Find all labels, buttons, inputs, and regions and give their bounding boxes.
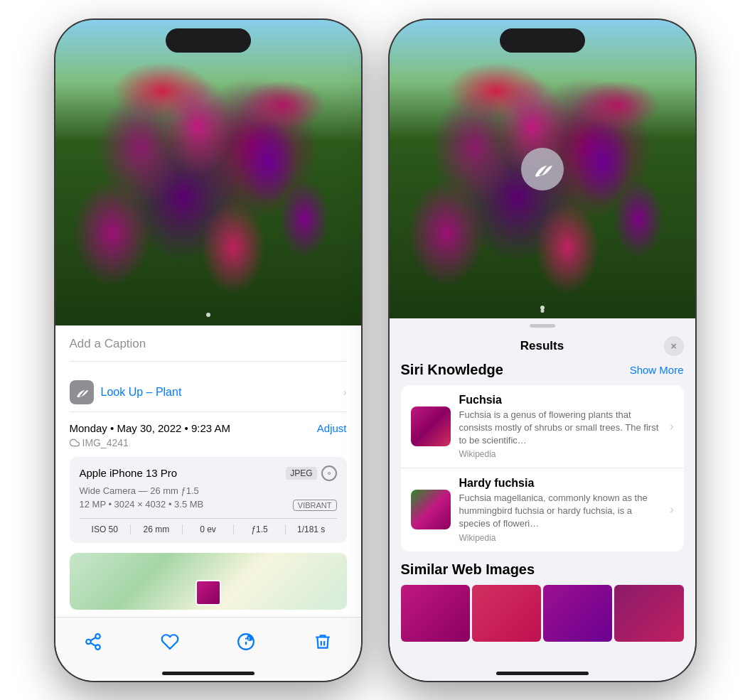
similar-img-3[interactable] [543, 585, 612, 642]
lens-detail: Wide Camera — 26 mm ƒ1.5 [80, 485, 337, 496]
fuchsia-desc: Fuchsia is a genus of flowering plants t… [459, 409, 662, 448]
exif-aperture: ƒ1.5 [234, 524, 286, 534]
exif-shutter: 1/181 s [286, 524, 337, 534]
trash-icon [314, 632, 332, 651]
exif-row: ISO 50 26 mm 0 ev ƒ1.5 1/181 s [80, 518, 337, 534]
jpeg-badge: JPEG [286, 467, 316, 480]
resolution-row: 12 MP • 3024 × 4032 • 3.5 MB VIBRANT [80, 499, 337, 512]
map-photo-thumb [195, 580, 221, 605]
flower-image [55, 20, 361, 325]
knowledge-card: Fuchsia Fuchsia is a genus of flowering … [401, 385, 684, 551]
similar-img-4[interactable] [614, 585, 683, 642]
leaf-icon [75, 385, 89, 399]
right-photo-view[interactable] [390, 20, 695, 318]
camera-section: Apple iPhone 13 Pro JPEG Wide Camera — 2… [70, 457, 347, 543]
hardy-fuchsia-item[interactable]: Hardy fuchsia Fuchsia magellanica, commo… [401, 468, 684, 551]
hardy-name: Hardy fuchsia [459, 477, 662, 490]
lens-icon [321, 465, 337, 481]
svg-point-0 [328, 472, 330, 474]
hardy-thumb [411, 490, 451, 529]
right-photo-indicator [540, 306, 545, 310]
siri-knowledge-title: Siri Knowledge [401, 362, 503, 378]
home-indicator [162, 672, 255, 675]
info-panel: Add a Caption Look Up – Plant › Monday •… [55, 325, 361, 621]
right-screen-inner: Results × Siri Knowledge Show More [390, 20, 695, 681]
info-button[interactable]: i [230, 626, 262, 657]
lookup-row[interactable]: Look Up – Plant › [70, 373, 347, 412]
resolution-text: 12 MP • 3024 × 4032 • 3.5 MB [80, 499, 204, 510]
map-section[interactable] [70, 553, 347, 610]
filename-row: IMG_4241 [70, 437, 347, 448]
lookup-subject: Plant [156, 386, 181, 398]
right-screen: Results × Siri Knowledge Show More [390, 20, 695, 681]
heart-icon [161, 632, 179, 651]
lookup-icon [70, 380, 94, 404]
photo-view[interactable] [55, 20, 361, 325]
right-home-indicator [496, 672, 589, 675]
show-more-button[interactable]: Show More [630, 364, 684, 376]
caption-input[interactable]: Add a Caption [70, 337, 347, 362]
results-title: Results [421, 339, 664, 353]
hardy-source: Wikipedia [459, 533, 662, 543]
photo-indicator [206, 313, 210, 317]
left-screen: Add a Caption Look Up – Plant › Monday •… [55, 20, 361, 681]
siri-knowledge-header: Siri Knowledge Show More [401, 362, 684, 378]
adjust-button[interactable]: Adjust [317, 422, 347, 434]
fuchsia-source: Wikipedia [459, 449, 662, 459]
share-button[interactable] [77, 626, 109, 657]
vlu-leaf-icon [532, 158, 553, 180]
right-phone: Results × Siri Knowledge Show More [390, 20, 695, 681]
right-notch [500, 28, 585, 53]
exif-focal: 26 mm [131, 524, 183, 534]
hardy-desc: Fuchsia magellanica, commonly known as t… [459, 492, 662, 531]
similar-grid [401, 585, 684, 642]
similar-img-2[interactable] [472, 585, 541, 642]
fuchsia-chevron-icon: › [670, 420, 673, 433]
camera-row: Apple iPhone 13 Pro JPEG [80, 465, 337, 481]
lookup-chevron-icon: › [343, 387, 347, 398]
favorite-button[interactable] [154, 626, 186, 657]
exif-iso: ISO 50 [80, 524, 132, 534]
exif-ev: 0 ev [183, 524, 235, 534]
results-header: Results × [390, 328, 695, 362]
date-row: Monday • May 30, 2022 • 9:23 AM Adjust [70, 422, 347, 434]
lookup-text: Look Up – Plant [101, 386, 182, 399]
similar-img-1[interactable] [401, 585, 470, 642]
hardy-chevron-icon: › [670, 503, 673, 516]
similar-section: Similar Web Images [401, 561, 684, 642]
cloud-icon [70, 438, 80, 448]
hardy-text: Hardy fuchsia Fuchsia magellanica, commo… [459, 477, 662, 543]
close-button[interactable]: × [664, 336, 684, 356]
results-content: Siri Knowledge Show More Fuchsia Fuchsia… [390, 362, 695, 642]
fuchsia-name: Fuchsia [459, 394, 662, 406]
svg-point-3 [245, 638, 247, 640]
vlu-badge [521, 148, 564, 190]
svg-text:i: i [249, 636, 250, 641]
info-icon: i [237, 632, 255, 651]
fuchsia-thumb [411, 406, 451, 446]
results-sheet: Results × Siri Knowledge Show More [390, 318, 695, 681]
photo-date: Monday • May 30, 2022 • 9:23 AM [70, 422, 230, 434]
left-phone: Add a Caption Look Up – Plant › Monday •… [55, 20, 361, 681]
format-badges: JPEG [286, 465, 336, 481]
camera-name: Apple iPhone 13 Pro [80, 467, 178, 479]
metadata-section: Monday • May 30, 2022 • 9:23 AM Adjust I… [70, 422, 347, 448]
filename-text: IMG_4241 [82, 437, 129, 448]
share-icon [84, 632, 102, 651]
notch [166, 28, 251, 53]
vibrant-badge: VIBRANT [293, 500, 337, 511]
fuchsia-item[interactable]: Fuchsia Fuchsia is a genus of flowering … [401, 385, 684, 469]
delete-button[interactable] [307, 626, 338, 657]
fuchsia-text: Fuchsia Fuchsia is a genus of flowering … [459, 394, 662, 460]
similar-title: Similar Web Images [401, 561, 684, 578]
